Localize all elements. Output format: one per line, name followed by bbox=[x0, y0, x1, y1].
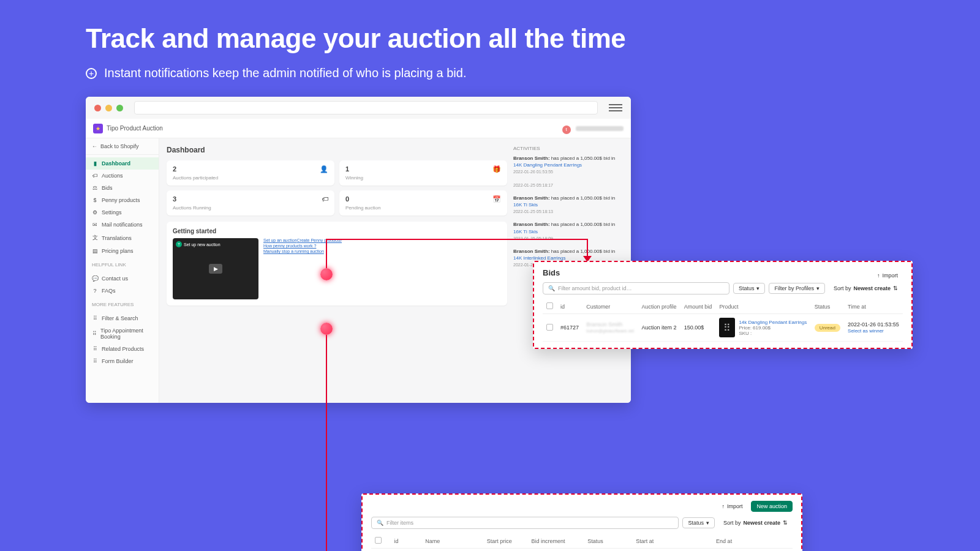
auctions-table: id Name Start price Bid increment Status… bbox=[371, 534, 793, 551]
card-icon: 👤 bbox=[320, 165, 328, 173]
maximize-dot[interactable] bbox=[116, 105, 123, 111]
sort-icon: ⇅ bbox=[893, 285, 898, 291]
nav-icon: ⠿ bbox=[92, 358, 98, 364]
link-stop-auction[interactable]: Manually stop a running auction bbox=[263, 249, 342, 253]
auctions-popover: ↑Import New auction 🔍 Filter items Statu… bbox=[361, 493, 802, 551]
search-icon: 🔍 bbox=[377, 520, 383, 526]
brand-icon: ★ bbox=[93, 124, 103, 133]
status-filter[interactable]: Status▾ bbox=[733, 283, 766, 294]
profiles-filter[interactable]: Filter by Profiles▾ bbox=[769, 283, 825, 294]
chevron-down-icon: ▾ bbox=[706, 520, 709, 526]
arrow-left-icon: ← bbox=[92, 143, 97, 149]
table-row[interactable]: #4607Auction items1,000.00$100.00$Runnin… bbox=[371, 549, 793, 552]
app-brand: ★ Tipo Product Auction bbox=[93, 124, 163, 133]
sidebar-more-form-builder[interactable]: ⠿Form Builder bbox=[86, 355, 159, 367]
table-row[interactable]: #61727 Branson Smithbuhon@gleasoftware.n… bbox=[543, 314, 903, 342]
select-all-checkbox[interactable] bbox=[546, 302, 553, 309]
plus-icon: + bbox=[86, 68, 97, 79]
stat-card[interactable]: 2Auctions participated👤 bbox=[167, 160, 334, 186]
chevron-down-icon: ▾ bbox=[816, 285, 820, 291]
sidebar-item-penny-products[interactable]: $Penny products bbox=[86, 194, 159, 206]
select-winner-link[interactable]: Select as winner bbox=[848, 328, 884, 334]
nav-icon: ? bbox=[92, 288, 98, 294]
bids-filter-input[interactable]: 🔍 Filter amount bid, product id… bbox=[543, 282, 729, 294]
sidebar-help-contact-us[interactable]: 💬Contact us bbox=[86, 272, 159, 285]
minimize-dot[interactable] bbox=[105, 105, 112, 111]
product-image: ⠿ bbox=[719, 318, 735, 337]
sidebar-more-header: MORE FEATURES bbox=[86, 299, 159, 310]
bids-popover: Bids ↑Import 🔍 Filter amount bid, produc… bbox=[533, 261, 913, 349]
bids-title: Bids bbox=[543, 268, 560, 277]
browser-chrome bbox=[86, 97, 631, 119]
select-all-checkbox[interactable] bbox=[375, 537, 382, 544]
chevron-down-icon: ▾ bbox=[756, 285, 760, 291]
sidebar-more-filter-&-search[interactable]: ⠿Filter & Search bbox=[86, 312, 159, 324]
sidebar-more-tipo-appointment-booking[interactable]: ⠿Tipo Appointment Booking bbox=[86, 324, 159, 343]
page-title: Track and manage your auction all the ti… bbox=[86, 23, 625, 54]
card-icon: 🎁 bbox=[492, 165, 501, 173]
sidebar-item-dashboard[interactable]: ▮Dashboard bbox=[86, 157, 159, 170]
stat-card[interactable]: 3Auctions Running🏷 bbox=[167, 190, 334, 216]
sidebar-item-mail-notifications[interactable]: ✉Mail notifications bbox=[86, 219, 159, 231]
sidebar-item-settings[interactable]: ⚙Settings bbox=[86, 206, 159, 219]
sidebar-item-pricing-plans[interactable]: ▤Pricing plans bbox=[86, 245, 159, 257]
nav-icon: ▤ bbox=[92, 248, 98, 254]
product-link[interactable]: 14k Dangling Pendant Earrings bbox=[739, 320, 807, 325]
activity-item: Branson Smith: has placed a 1,050.00$ bi… bbox=[513, 195, 624, 216]
sidebar: ← Back to Shopify ▮Dashboard🏷Auctions⚖Bi… bbox=[86, 138, 159, 403]
getting-started-title: Getting started bbox=[173, 228, 501, 234]
import-button[interactable]: ↑Import bbox=[872, 271, 903, 280]
avatar: t bbox=[562, 126, 571, 134]
sidebar-helpful-header: HELPFUL LINK bbox=[86, 260, 159, 270]
card-icon: 🏷 bbox=[322, 195, 328, 203]
sort-icon: ⇅ bbox=[783, 520, 788, 526]
import-button[interactable]: ↑Import bbox=[717, 501, 747, 512]
sort-button[interactable]: Sort by Newest create ⇅ bbox=[718, 518, 793, 528]
hamburger-icon[interactable] bbox=[609, 104, 622, 111]
auctions-filter-input[interactable]: 🔍 Filter items bbox=[371, 517, 679, 529]
nav-icon: ✉ bbox=[92, 222, 98, 228]
search-icon: 🔍 bbox=[548, 285, 555, 291]
video-thumbnail[interactable]: TSet up new auction ▶ bbox=[173, 238, 258, 299]
sort-button[interactable]: Sort by Newest create ⇅ bbox=[829, 283, 903, 293]
nav-icon: ⠿ bbox=[92, 346, 98, 352]
stat-card[interactable]: 1Winning🎁 bbox=[339, 160, 507, 186]
sidebar-item-translations[interactable]: 文Translations bbox=[86, 231, 159, 245]
page-subtitle: + Instant notifications keep the admin n… bbox=[86, 66, 625, 80]
activity-item: 2022-01-25 05:18:17 bbox=[513, 182, 624, 189]
status-badge: Unread bbox=[815, 324, 840, 332]
upload-icon: ↑ bbox=[877, 272, 880, 279]
sidebar-item-auctions[interactable]: 🏷Auctions bbox=[86, 170, 159, 182]
annotation-dot bbox=[320, 268, 333, 280]
bids-table: id Customer Auction profile Amount bid P… bbox=[543, 299, 903, 342]
nav-icon: ▮ bbox=[92, 160, 98, 167]
nav-icon: 文 bbox=[92, 234, 98, 242]
annotation-dot bbox=[320, 323, 333, 335]
status-filter[interactable]: Status▾ bbox=[682, 517, 715, 528]
back-to-shopify[interactable]: ← Back to Shopify bbox=[86, 138, 159, 155]
close-dot[interactable] bbox=[94, 105, 101, 111]
nav-icon: ⠿ bbox=[92, 331, 97, 337]
new-auction-button[interactable]: New auction bbox=[751, 501, 793, 512]
sidebar-item-bids[interactable]: ⚖Bids bbox=[86, 182, 159, 194]
url-bar[interactable] bbox=[134, 101, 598, 114]
activity-item: Branson Smith: has placed a 1,050.00$ bi… bbox=[513, 155, 624, 176]
nav-icon: 💬 bbox=[92, 276, 98, 282]
nav-icon: ⚖ bbox=[92, 185, 98, 191]
user-menu[interactable]: t bbox=[562, 122, 624, 134]
upload-icon: ↑ bbox=[722, 503, 725, 509]
activities-header: ACTIVITIES bbox=[513, 146, 624, 151]
nav-icon: 🏷 bbox=[92, 173, 98, 179]
card-icon: 📅 bbox=[492, 195, 501, 203]
row-checkbox[interactable] bbox=[546, 324, 553, 331]
stat-card[interactable]: 0Pending auction📅 bbox=[339, 190, 507, 216]
nav-icon: ⠿ bbox=[92, 315, 98, 321]
nav-icon: ⚙ bbox=[92, 209, 98, 216]
nav-icon: $ bbox=[92, 197, 98, 203]
play-icon: ▶ bbox=[209, 264, 222, 274]
sidebar-help-faqs[interactable]: ?FAQs bbox=[86, 285, 159, 297]
browser-window: ★ Tipo Product Auction t ← Back to Shopi… bbox=[86, 97, 631, 403]
link-penny-works[interactable]: How penny products work ? bbox=[263, 244, 342, 248]
dashboard-title: Dashboard bbox=[167, 146, 507, 154]
sidebar-more-related-products[interactable]: ⠿Related Products bbox=[86, 343, 159, 355]
